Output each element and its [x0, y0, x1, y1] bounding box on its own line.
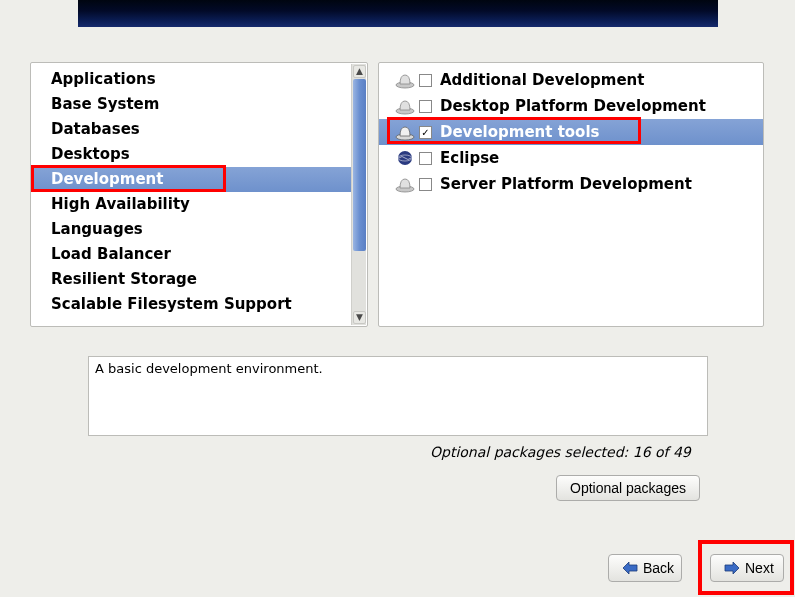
category-item-scalable-filesystem[interactable]: Scalable Filesystem Support — [31, 292, 353, 317]
package-label: Additional Development — [440, 71, 644, 89]
hat-icon — [395, 97, 415, 115]
back-button[interactable]: Back — [608, 554, 682, 582]
category-item-languages[interactable]: Languages — [31, 217, 353, 242]
package-panel: Additional Development Desktop Platform … — [378, 62, 764, 327]
back-label: Back — [643, 560, 674, 576]
category-item-development[interactable]: Development — [31, 167, 353, 192]
category-item-base-system[interactable]: Base System — [31, 92, 353, 117]
optional-status-text: Optional packages selected: 16 of 49 — [430, 444, 691, 460]
next-label: Next — [745, 560, 774, 576]
description-text: A basic development environment. — [95, 361, 323, 376]
package-list: Additional Development Desktop Platform … — [379, 63, 763, 197]
optional-packages-button[interactable]: Optional packages — [556, 475, 700, 501]
category-item-databases[interactable]: Databases — [31, 117, 353, 142]
category-item-high-availability[interactable]: High Availability — [31, 192, 353, 217]
package-checkbox[interactable] — [419, 100, 432, 113]
arrow-left-icon — [621, 561, 639, 575]
scroll-down-icon[interactable]: ▼ — [353, 311, 366, 324]
hat-icon — [395, 175, 415, 193]
category-scrollbar[interactable]: ▲ ▼ — [351, 64, 366, 325]
category-item-resilient-storage[interactable]: Resilient Storage — [31, 267, 353, 292]
hat-icon — [395, 71, 415, 89]
category-panel: Applications Base System Databases Deskt… — [30, 62, 368, 327]
package-item-desktop-platform-development[interactable]: Desktop Platform Development — [379, 93, 763, 119]
header-banner — [78, 0, 718, 27]
scroll-up-icon[interactable]: ▲ — [353, 65, 366, 78]
package-checkbox[interactable] — [419, 74, 432, 87]
category-item-load-balancer[interactable]: Load Balancer — [31, 242, 353, 267]
next-button[interactable]: Next — [710, 554, 784, 582]
hat-icon — [395, 123, 415, 141]
description-box: A basic development environment. — [88, 356, 708, 436]
package-checkbox[interactable] — [419, 126, 432, 139]
package-item-development-tools[interactable]: Development tools — [379, 119, 763, 145]
package-label: Eclipse — [440, 149, 499, 167]
category-item-desktops[interactable]: Desktops — [31, 142, 353, 167]
package-checkbox[interactable] — [419, 152, 432, 165]
arrow-right-icon — [723, 561, 741, 575]
package-item-eclipse[interactable]: Eclipse — [379, 145, 763, 171]
package-label: Desktop Platform Development — [440, 97, 706, 115]
category-list: Applications Base System Databases Deskt… — [31, 63, 353, 317]
package-label: Development tools — [440, 123, 600, 141]
optional-packages-label: Optional packages — [570, 480, 686, 496]
package-label: Server Platform Development — [440, 175, 692, 193]
package-item-server-platform-development[interactable]: Server Platform Development — [379, 171, 763, 197]
globe-icon — [395, 149, 415, 167]
category-item-applications[interactable]: Applications — [31, 67, 353, 92]
package-checkbox[interactable] — [419, 178, 432, 191]
scroll-thumb[interactable] — [353, 79, 366, 251]
package-item-additional-development[interactable]: Additional Development — [379, 67, 763, 93]
